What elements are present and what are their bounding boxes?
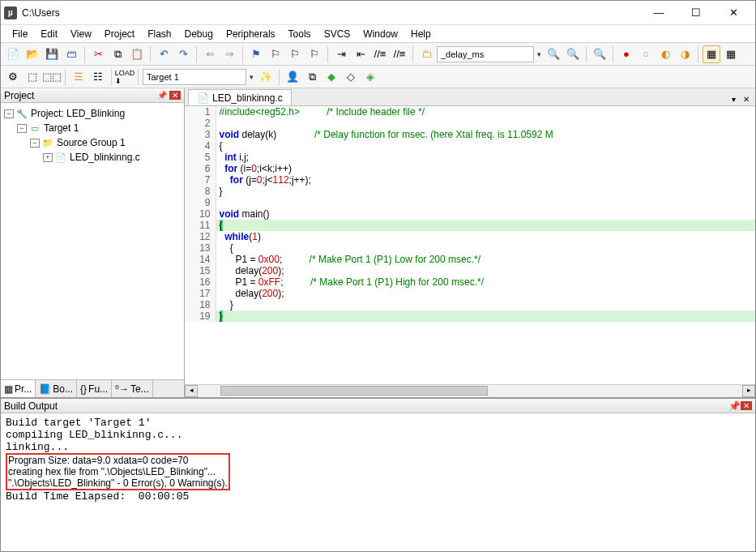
build-button[interactable]: ⬚ xyxy=(23,68,41,86)
expand-toggle[interactable]: − xyxy=(30,139,40,148)
menu-svcs[interactable]: SVCS xyxy=(318,27,357,41)
manage-rte-button[interactable]: ◈ xyxy=(361,68,379,86)
horizontal-scrollbar[interactable]: ◂ ▸ xyxy=(185,384,755,397)
nav-forward-button[interactable]: ⇒ xyxy=(220,45,238,63)
code-line[interactable]: #include<reg52.h> /* Include header file… xyxy=(216,106,755,118)
code-line[interactable]: } xyxy=(216,310,755,322)
menu-tools[interactable]: Tools xyxy=(282,27,318,41)
editor-tab[interactable]: 📄 LED_blinkinng.c xyxy=(188,89,292,105)
code-line[interactable]: void main() xyxy=(216,208,755,220)
tab-close-icon[interactable]: ✕ xyxy=(741,94,752,105)
maximize-button[interactable]: ☐ xyxy=(677,2,715,24)
indent-button[interactable]: ⇥ xyxy=(332,45,350,63)
project-tree[interactable]: − 🔧 Project: LED_Blinking − ▭ Target 1 −… xyxy=(1,103,184,379)
cut-button[interactable]: ✂ xyxy=(89,45,107,63)
save-all-button[interactable]: 🗃 xyxy=(62,45,80,63)
undo-button[interactable]: ↶ xyxy=(155,45,173,63)
target-select[interactable] xyxy=(143,69,246,85)
code-line[interactable]: { xyxy=(216,242,755,254)
code-line[interactable]: P1 = 0x00; /* Make Port 1 (P1) Low for 2… xyxy=(216,254,755,265)
multi-project-button[interactable]: ⧉ xyxy=(303,68,321,86)
paste-button[interactable]: 📋 xyxy=(128,45,146,63)
pack-installer-button[interactable]: ◆ xyxy=(322,68,340,86)
comment-button[interactable]: //≡ xyxy=(371,45,389,63)
menu-peripherals[interactable]: Peripherals xyxy=(220,27,282,41)
pin-icon[interactable]: 📌 xyxy=(156,91,168,100)
panel-tab[interactable]: ⁰→Te... xyxy=(112,380,153,397)
window-layout-button[interactable]: ▦ xyxy=(703,45,720,63)
tab-dropdown-icon[interactable]: ▾ xyxy=(728,94,739,105)
new-file-button[interactable]: 📄 xyxy=(4,45,22,63)
menu-view[interactable]: View xyxy=(64,27,98,41)
breakpoint-enable-button[interactable]: ○ xyxy=(637,45,655,63)
copy-button[interactable]: ⧉ xyxy=(109,45,126,63)
menu-debug[interactable]: Debug xyxy=(178,27,220,41)
code-line[interactable]: for (i=0;i<k;i++) xyxy=(216,163,755,174)
menu-project[interactable]: Project xyxy=(98,27,141,41)
code-line[interactable]: } xyxy=(216,299,755,310)
code-line[interactable] xyxy=(216,197,755,208)
tree-target[interactable]: − ▭ Target 1 xyxy=(4,121,181,135)
build-output-text[interactable]: Build target 'Target 1' compiling LED_bl… xyxy=(1,413,755,551)
code-line[interactable]: int i,j; xyxy=(216,152,755,163)
panel-tab[interactable]: 📘Bo... xyxy=(36,380,77,397)
target-dropdown-arrow[interactable]: ▾ xyxy=(248,73,255,81)
code-line[interactable] xyxy=(216,118,755,129)
close-button[interactable]: ✕ xyxy=(715,2,752,24)
scroll-right-button[interactable]: ▸ xyxy=(742,385,755,397)
nav-back-button[interactable]: ⇐ xyxy=(201,45,219,63)
code-line[interactable]: void delay(k) /* Delay function for msec… xyxy=(216,129,755,140)
stop-build-button[interactable]: ☷ xyxy=(89,68,107,86)
debug-button[interactable]: 🔍 xyxy=(591,45,609,63)
bookmark-prev-button[interactable]: ⚐ xyxy=(267,45,284,63)
code-line[interactable]: for (j=0;j<112;j++); xyxy=(216,174,755,186)
expand-toggle[interactable]: − xyxy=(17,124,27,133)
tree-group[interactable]: − 📁 Source Group 1 xyxy=(4,135,181,150)
code-line[interactable]: { xyxy=(216,220,755,231)
outdent-button[interactable]: ⇤ xyxy=(352,45,369,63)
books-button[interactable]: ◇ xyxy=(342,68,360,86)
minimize-button[interactable]: — xyxy=(640,2,677,24)
scroll-left-button[interactable]: ◂ xyxy=(185,385,198,397)
batch-build-button[interactable]: ☰ xyxy=(70,68,88,86)
find-dropdown-arrow[interactable]: ▾ xyxy=(536,50,543,58)
scrollbar-thumb[interactable] xyxy=(220,386,488,396)
code-line[interactable]: { xyxy=(216,140,755,152)
panel-close-icon[interactable]: ✕ xyxy=(741,401,752,410)
code-editor[interactable]: 1#include<reg52.h> /* Include header fil… xyxy=(185,106,755,384)
code-line[interactable]: delay(200); xyxy=(216,265,755,276)
find-input[interactable] xyxy=(437,46,534,62)
save-button[interactable]: 💾 xyxy=(43,45,61,63)
uncomment-button[interactable]: //≡ xyxy=(391,45,408,63)
find-next-button[interactable]: 🔍 xyxy=(545,45,562,63)
panel-close-icon[interactable]: ✕ xyxy=(169,91,181,100)
menu-window[interactable]: Window xyxy=(357,27,404,41)
code-line[interactable]: } xyxy=(216,186,755,197)
rebuild-button[interactable]: ⬚⬚ xyxy=(43,68,61,86)
expand-toggle[interactable]: − xyxy=(4,109,14,118)
breakpoint-disable-button[interactable]: ◐ xyxy=(656,45,674,63)
pin-icon[interactable]: 📌 xyxy=(728,400,741,412)
menu-edit[interactable]: Edit xyxy=(34,27,64,41)
breakpoint-kill-button[interactable]: ◑ xyxy=(676,45,694,63)
tree-root[interactable]: − 🔧 Project: LED_Blinking xyxy=(4,106,181,121)
menu-flash[interactable]: Flash xyxy=(141,27,177,41)
panel-tab[interactable]: {}Fu... xyxy=(77,380,112,397)
toolbox-button[interactable]: ▦ xyxy=(722,45,740,63)
find-scope-button[interactable]: 🗀 xyxy=(417,45,435,63)
download-button[interactable]: LOAD⬇ xyxy=(116,68,134,86)
bookmark-toggle-button[interactable]: ⚑ xyxy=(247,45,265,63)
open-file-button[interactable]: 📂 xyxy=(23,45,41,63)
tree-file[interactable]: + 📄 LED_blinkinng.c xyxy=(4,150,181,165)
code-line[interactable]: P1 = 0xFF; /* Make Port 1 (P1) High for … xyxy=(216,276,755,288)
expand-toggle[interactable]: + xyxy=(43,153,53,162)
target-options-button[interactable]: ✨ xyxy=(257,68,275,86)
manage-project-button[interactable]: 👤 xyxy=(284,68,301,86)
translate-button[interactable]: ⚙ xyxy=(4,68,22,86)
redo-button[interactable]: ↷ xyxy=(174,45,192,63)
breakpoint-insert-button[interactable]: ● xyxy=(617,45,635,63)
menu-help[interactable]: Help xyxy=(404,27,438,41)
bookmark-next-button[interactable]: ⚐ xyxy=(286,45,304,63)
panel-tab[interactable]: ▦Pr... xyxy=(1,380,36,397)
code-line[interactable]: delay(200); xyxy=(216,288,755,299)
